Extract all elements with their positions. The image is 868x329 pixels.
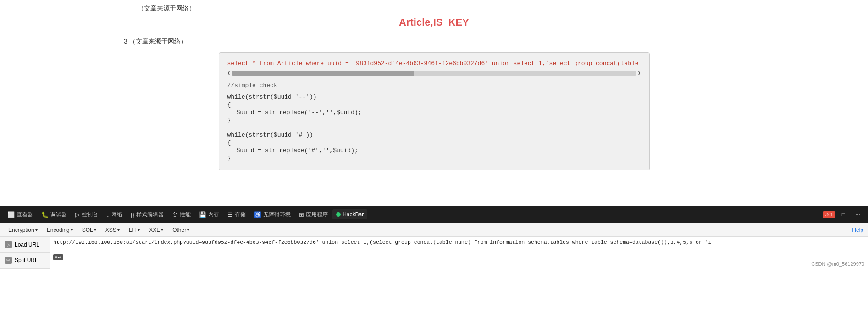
inspector-icon: ⬜ [7, 211, 15, 218]
csdn-attribution: CSDN @m0_56129970 [811, 261, 864, 267]
sql-chevron-icon: ▾ [94, 227, 96, 232]
encoding-chevron-icon: ▾ [71, 227, 73, 232]
code-line-6: { [227, 139, 641, 146]
application-icon: ⊞ [299, 211, 304, 218]
devtools-item-storage[interactable]: ☰ 存储 [224, 209, 249, 220]
devtools-item-memory[interactable]: 💾 内存 [195, 209, 223, 220]
scroll-track[interactable] [232, 71, 636, 76]
scroll-left-arrow[interactable]: ❮ [227, 70, 231, 77]
devtools-item-debugger[interactable]: 🐛 调试器 [38, 209, 71, 220]
devtools-item-application[interactable]: ⊞ 应用程序 [295, 209, 332, 220]
memory-label: 内存 [208, 211, 219, 219]
code-scrollbar: ❮ ❯ [227, 70, 641, 77]
code-line-3: $uuid = str_replace('--','',$uuid); [227, 109, 641, 116]
other-label: Other [172, 227, 186, 233]
code-block: select * from Article where uuid = '983f… [219, 52, 650, 170]
xxe-button[interactable]: XXE ▾ [145, 226, 167, 234]
code-comment: //simple check [227, 82, 641, 89]
devtools-item-accessibility[interactable]: ♿ 无障碍环境 [250, 209, 294, 220]
inspector-label: 查看器 [17, 211, 33, 219]
performance-icon: ⏱ [172, 211, 178, 218]
scroll-thumb [232, 71, 414, 76]
error-icon: ⚠ [825, 212, 829, 218]
accessibility-icon: ♿ [254, 211, 261, 218]
hackbar-url-area: ▷ Load URL ✂ Split URL http://192.168.10… [0, 236, 868, 269]
article-number: 3 （文章来源于网络） [9, 38, 859, 46]
error-badge[interactable]: ⚠ 1 [823, 211, 835, 218]
xss-button[interactable]: XSS ▾ [102, 226, 123, 234]
memory-icon: 💾 [199, 211, 206, 218]
article-source-top: （文章来源于网络） [9, 5, 859, 13]
lfi-chevron-icon: ▾ [138, 227, 140, 232]
storage-icon: ☰ [227, 211, 233, 218]
load-url-label: Load URL [15, 241, 39, 248]
url-input[interactable]: http://192.168.100.150:81/start/index.ph… [53, 239, 805, 253]
devtools-item-style-editor[interactable]: {} 样式编辑器 [127, 209, 168, 220]
devtools-right: ⚠ 1 □ ⋯ [823, 209, 864, 219]
article-title: Article,IS_KEY [9, 16, 859, 28]
lfi-label: LFI [129, 227, 137, 233]
encryption-label: Encryption [8, 227, 34, 233]
hackbar-left-buttons: ▷ Load URL ✂ Split URL [0, 237, 50, 269]
application-label: 应用程序 [306, 211, 328, 219]
encoding-label: Encoding [47, 227, 70, 233]
sql-button[interactable]: SQL ▾ [78, 226, 100, 234]
code-line-8: } [227, 155, 641, 162]
code-sql-line: select * from Article where uuid = '983f… [227, 60, 641, 67]
devtools-item-network[interactable]: ↕ 网络 [103, 209, 126, 220]
split-url-label: Split URL [15, 257, 38, 263]
performance-label: 性能 [180, 211, 191, 219]
code-line-5: while(strstr($uuid,'#')) [227, 132, 641, 138]
accessibility-label: 无障碍环境 [263, 211, 291, 219]
hackbar-bottom-right: CSDN @m0_56129970 [807, 237, 868, 269]
devtools-more-icon[interactable]: ⋯ [851, 209, 864, 219]
url-flag-row: ≡↵ [53, 254, 805, 260]
style-editor-label: 样式编辑器 [136, 211, 164, 219]
devtools-item-inspector[interactable]: ⬜ 查看器 [4, 209, 37, 220]
encryption-button[interactable]: Encryption ▾ [5, 226, 41, 234]
xss-chevron-icon: ▾ [117, 227, 120, 232]
scroll-right-arrow[interactable]: ❯ [637, 70, 641, 77]
split-url-button[interactable]: ✂ Split URL [0, 253, 50, 269]
lfi-button[interactable]: LFI ▾ [125, 226, 144, 234]
url-flag-icon: ≡↵ [53, 254, 63, 260]
other-button[interactable]: Other ▾ [169, 226, 193, 234]
devtools-item-performance[interactable]: ⏱ 性能 [168, 209, 194, 220]
hackbar-dot-icon [336, 212, 341, 217]
help-link[interactable]: Help [852, 227, 863, 233]
hackbar-toolbar: Encryption ▾ Encoding ▾ SQL ▾ XSS ▾ LFI … [0, 223, 868, 236]
style-editor-icon: {} [131, 211, 135, 218]
network-icon: ↕ [106, 211, 110, 218]
load-url-button[interactable]: ▷ Load URL [0, 237, 50, 253]
storage-label: 存储 [235, 211, 246, 219]
sql-label: SQL [82, 227, 93, 233]
devtools-resize-icon[interactable]: □ [838, 209, 849, 219]
xxe-chevron-icon: ▾ [161, 227, 163, 232]
console-icon: ▷ [75, 211, 80, 218]
code-line-1: while(strstr($uuid,'--')) [227, 93, 641, 100]
xxe-label: XXE [149, 227, 160, 233]
xss-label: XSS [105, 227, 116, 233]
hackbar-url-input-area: http://192.168.100.150:81/start/index.ph… [50, 237, 807, 269]
debugger-icon: 🐛 [41, 211, 49, 218]
encoding-button[interactable]: Encoding ▾ [43, 226, 77, 234]
other-chevron-icon: ▾ [187, 227, 189, 232]
code-line-7: $uuid = str_replace('#','',$uuid); [227, 147, 641, 154]
devtools-item-console[interactable]: ▷ 控制台 [72, 209, 102, 220]
code-line-2: { [227, 101, 641, 108]
debugger-label: 调试器 [50, 211, 67, 219]
error-count: 1 [830, 212, 833, 217]
encryption-chevron-icon: ▾ [35, 227, 38, 232]
split-url-icon: ✂ [5, 257, 12, 264]
devtools-bar: ⬜ 查看器 🐛 调试器 ▷ 控制台 ↕ 网络 {} 样式编辑器 ⏱ 性能 💾 内… [0, 206, 868, 223]
console-label: 控制台 [82, 211, 98, 219]
hackbar-label: HackBar [343, 211, 364, 218]
load-url-icon: ▷ [5, 241, 12, 248]
devtools-item-hackbar[interactable]: HackBar [332, 209, 367, 219]
network-label: 网络 [111, 211, 122, 219]
code-line-4: } [227, 117, 641, 124]
main-content: （文章来源于网络） Article,IS_KEY 3 （文章来源于网络） sel… [0, 0, 868, 206]
